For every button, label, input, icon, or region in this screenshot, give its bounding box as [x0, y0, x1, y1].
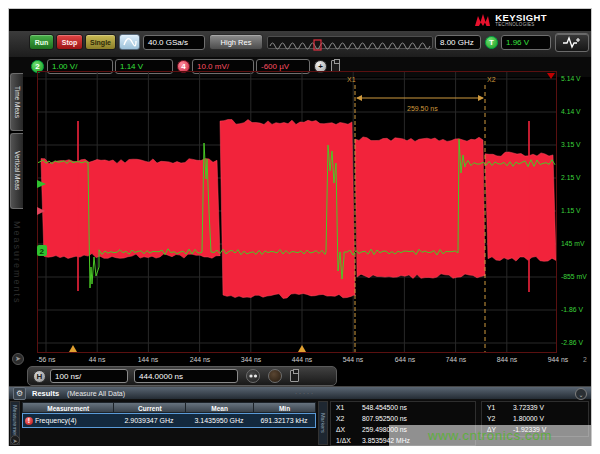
y-axis-label: -1.86 V	[561, 306, 600, 315]
svg-text:2: 2	[40, 247, 45, 256]
svg-text:X2: X2	[487, 76, 496, 83]
panel-corner-button[interactable]: ➤	[10, 435, 20, 445]
x-axis-extra: 2	[583, 356, 587, 363]
x-axis-label: 44 ns	[77, 356, 117, 365]
x-axis-label: 644 ns	[385, 356, 425, 365]
measurement-mean: 3.1435950 GHz	[185, 417, 253, 424]
gear-icon[interactable]: ⚙	[13, 387, 26, 400]
bandwidth-display[interactable]: 8.00 GHz	[435, 35, 481, 50]
marker-value: 807.952500 ns	[362, 415, 407, 422]
keysight-logo-icon	[474, 13, 491, 27]
horizontal-toolbar: H 100 ns/ 444.0000 ns	[27, 366, 337, 386]
measurement-current: 2.9039347 GHz	[113, 417, 185, 424]
stop-button[interactable]: Stop	[56, 34, 83, 50]
marker-label: Y2	[482, 415, 513, 422]
x-axis-label: 144 ns	[128, 356, 168, 365]
col-measurement: Measurement	[22, 402, 114, 413]
x-axis-label: 544 ns	[333, 356, 373, 365]
preview-waveform-icon	[268, 39, 432, 51]
x-axis-label: 844 ns	[487, 356, 527, 365]
y-axis-label: 2.15 V	[561, 174, 600, 183]
waveform-plot[interactable]: X1X2259.50 ns2	[37, 71, 557, 353]
acquisition-mode-button[interactable]: High Res	[209, 34, 263, 50]
svg-text:X1: X1	[347, 76, 356, 83]
marker-label: Y1	[482, 404, 513, 411]
markers-tab[interactable]: Markers	[318, 401, 328, 445]
y-axis-label: -2.86 V	[561, 339, 600, 348]
sidebar-expand-button[interactable]: ➤	[12, 353, 24, 365]
keysight-logo: KEYSIGHT TECHNOLOGIES	[474, 13, 547, 27]
keysight-logo-text: KEYSIGHT TECHNOLOGIES	[495, 13, 547, 27]
oscilloscope-app: KEYSIGHT TECHNOLOGIES Run Stop Single 40…	[8, 8, 592, 446]
results-title: Results	[32, 389, 59, 398]
screenshot-root: KEYSIGHT TECHNOLOGIES Run Stop Single 40…	[0, 0, 600, 454]
marker-label: ΔX	[331, 426, 362, 433]
measurement-min: 691.32173 kHz	[253, 417, 315, 424]
alert-icon: !	[25, 417, 33, 425]
knob-dots-icon	[248, 372, 258, 380]
horizontal-badge[interactable]: H	[33, 370, 46, 383]
y-axis-label: 4.14 V	[561, 108, 600, 117]
table-row[interactable]: ! Frequency(4) 2.9039347 GHz 3.1435950 G…	[22, 413, 316, 428]
waveform-snapshot-button[interactable]	[119, 34, 140, 50]
y-axis-label: 3.15 V	[561, 141, 600, 150]
trigger-level-display[interactable]: 1.96 V	[501, 35, 551, 50]
x-axis-label: 244 ns	[180, 356, 220, 365]
marker-label: X1	[331, 404, 362, 411]
marker-label: X2	[331, 415, 362, 422]
add-waveform-button[interactable]	[555, 33, 589, 52]
zoom-knob-icon[interactable]	[246, 369, 260, 383]
collapse-results-button[interactable]: ⌄	[575, 388, 587, 400]
brand-name: KEYSIGHT	[495, 13, 547, 22]
measurement-table: Measurement Current Mean Min ! Frequency…	[22, 402, 316, 428]
y-axis-label: -855 mV	[561, 273, 600, 282]
sample-rate-display[interactable]: 40.0 GSa/s	[143, 35, 205, 50]
acquisition-preview-bar[interactable]	[267, 36, 433, 49]
y-axis-label: 145 mV	[561, 240, 600, 249]
x-axis-label: 444 ns	[282, 356, 322, 365]
x-axis-label: 944 ns	[538, 356, 578, 365]
marker-value: 1.80000 V	[513, 415, 544, 422]
add-waveform-icon	[562, 36, 582, 49]
results-header[interactable]: ⚙ Results (Measure All Data) ····· ⌄	[9, 387, 591, 400]
run-button[interactable]: Run	[29, 34, 54, 50]
x-axis-label: 744 ns	[436, 356, 476, 365]
col-mean: Mean	[186, 402, 254, 413]
marker-value: 3.72339 V	[513, 404, 544, 411]
measurement-name: Frequency(4)	[35, 417, 113, 424]
site-watermark: www.cntronics.com	[389, 425, 591, 446]
results-subtitle: (Measure All Data)	[67, 390, 125, 397]
col-min: Min	[254, 402, 316, 413]
x-axis-label: 344 ns	[231, 356, 271, 365]
x-axis-label: -56 ns	[26, 356, 66, 365]
y-axis-label: 5.14 V	[561, 75, 600, 84]
wave-curve-icon	[123, 37, 137, 47]
col-current: Current	[114, 402, 186, 413]
timebase-display[interactable]: 100 ns/	[50, 369, 128, 383]
h-clipboard-icon[interactable]	[290, 370, 299, 382]
trigger-badge[interactable]: T	[485, 36, 498, 49]
intensity-knob-icon[interactable]	[268, 369, 282, 383]
horizontal-position-display[interactable]: 444.0000 ns	[134, 369, 238, 383]
y-axis-label: 1.15 V	[561, 207, 600, 216]
sidebar-tab-vertical-meas[interactable]: Vertical Meas	[10, 133, 23, 209]
marker-value: 548.454500 ns	[362, 404, 407, 411]
sidebar-ghost-label: Measurements	[12, 221, 22, 351]
single-button[interactable]: Single	[85, 34, 116, 50]
svg-text:259.50 ns: 259.50 ns	[407, 105, 438, 112]
measurement-table-header: Measurement Current Mean Min	[22, 402, 316, 413]
marker-label: 1/ΔX	[331, 437, 362, 444]
drag-handle-dots[interactable]: ·····	[295, 390, 315, 396]
sidebar-tab-time-meas[interactable]: Time Meas	[10, 73, 23, 131]
